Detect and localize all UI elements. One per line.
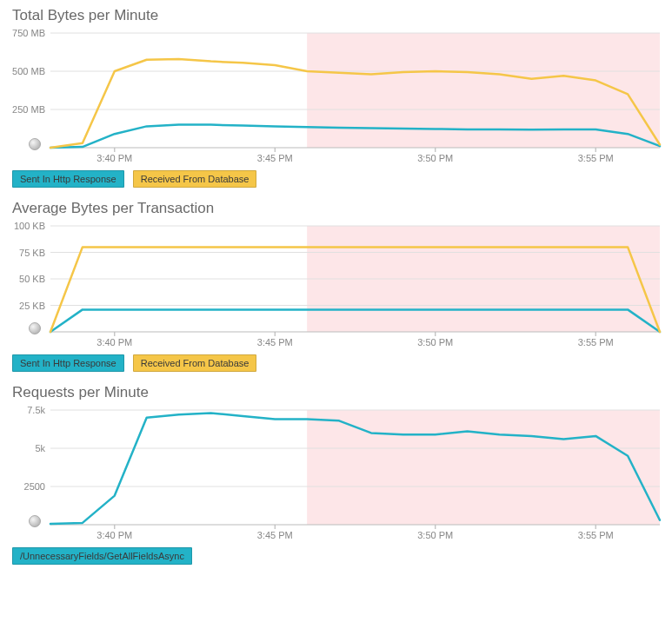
x-tick-label: 3:55 PM [578,153,614,163]
x-tick-label: 3:50 PM [417,153,453,163]
y-tick-label: 7.5k [27,405,45,415]
y-tick-label: 250 MB [12,104,45,115]
x-tick-label: 3:55 PM [578,337,614,347]
legend-item[interactable]: /UnnecessaryFields/GetAllFieldsAsync [12,547,192,565]
scrubber-handle[interactable] [30,323,41,334]
highlight-region [307,410,660,525]
plot-area[interactable]: 250 MB500 MB750 MB3:40 PM3:45 PM3:50 PM3… [7,28,665,167]
scrubber-handle[interactable] [30,139,41,150]
y-tick-label: 100 KB [14,221,45,231]
chart-title: Average Bytes per Transaction [12,200,665,217]
chart-requests: Requests per Minute25005k7.5k3:40 PM3:45… [7,384,665,565]
y-tick-label: 75 KB [19,248,45,258]
x-tick-label: 3:40 PM [96,337,132,347]
chart-total_bytes: Total Bytes per Minute250 MB500 MB750 MB… [7,7,665,188]
legend-item[interactable]: Sent In Http Response [12,170,124,188]
x-tick-label: 3:40 PM [96,530,132,540]
legend: /UnnecessaryFields/GetAllFieldsAsync [12,547,665,565]
x-tick-label: 3:50 PM [417,530,453,540]
y-tick-label: 5k [35,443,45,453]
x-tick-label: 3:40 PM [96,153,132,163]
plot-area[interactable]: 25 KB50 KB75 KB100 KB3:40 PM3:45 PM3:50 … [7,221,665,351]
y-tick-label: 2500 [24,481,45,492]
x-tick-label: 3:45 PM [257,153,293,163]
x-tick-label: 3:45 PM [257,530,293,540]
x-tick-label: 3:50 PM [417,337,453,347]
legend-item[interactable]: Received From Database [133,354,257,372]
x-tick-label: 3:55 PM [578,530,614,540]
legend: Sent In Http ResponseReceived From Datab… [12,354,665,372]
chart-avg_bytes: Average Bytes per Transaction25 KB50 KB7… [7,200,665,372]
y-tick-label: 500 MB [12,66,45,76]
plot-area[interactable]: 25005k7.5k3:40 PM3:45 PM3:50 PM3:55 PM [7,405,665,544]
legend-item[interactable]: Received From Database [133,170,257,188]
x-tick-label: 3:45 PM [257,337,293,347]
legend: Sent In Http ResponseReceived From Datab… [12,170,665,188]
y-tick-label: 750 MB [12,28,45,38]
chart-title: Total Bytes per Minute [12,7,665,24]
y-tick-label: 50 KB [19,274,45,284]
chart-title: Requests per Minute [12,384,665,401]
y-tick-label: 25 KB [19,301,45,311]
scrubber-handle[interactable] [30,516,41,527]
legend-item[interactable]: Sent In Http Response [12,354,124,372]
